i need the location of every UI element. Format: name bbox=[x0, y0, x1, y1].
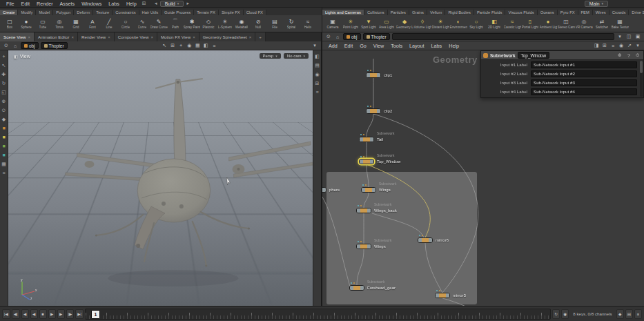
home-icon[interactable]: ⌂ bbox=[334, 33, 341, 41]
shelf-tool-caustic-light[interactable]: ≈Caustic Light bbox=[503, 19, 521, 29]
shelf-tool-curve[interactable]: ∿Curve bbox=[134, 19, 150, 29]
shelf-tool-draw-curve[interactable]: ✎Draw Curve bbox=[150, 19, 167, 29]
node-mirror6[interactable]: mirror6 bbox=[418, 237, 433, 243]
shelf-tool-font[interactable]: AFont bbox=[84, 19, 101, 29]
shelf-tool-file[interactable]: ▤File bbox=[266, 19, 283, 29]
net-menu-add[interactable]: Add bbox=[325, 43, 341, 49]
params-scrollbar[interactable] bbox=[640, 61, 643, 97]
shelf-tool-switcher[interactable]: ⇄Switcher bbox=[593, 19, 611, 29]
camera-lock-icon[interactable]: ◉ bbox=[313, 70, 321, 78]
options-icon[interactable]: ≡ bbox=[0, 169, 8, 177]
float-pane-icon[interactable]: ▣ bbox=[634, 33, 641, 41]
shelf-tool-camera[interactable]: ▣Camera bbox=[324, 19, 342, 29]
shelf-tab-constraints[interactable]: Constraints bbox=[113, 10, 139, 15]
handle-tool-icon[interactable]: ⊕ bbox=[0, 97, 8, 105]
net-menu-view[interactable]: View bbox=[370, 43, 387, 49]
desktop-next-button[interactable]: ▸ bbox=[184, 1, 191, 6]
dynamics-state-icon[interactable]: ■ bbox=[0, 151, 8, 159]
new-tab-button[interactable]: + bbox=[255, 32, 266, 41]
pane-tab-render-view[interactable]: Render View× bbox=[78, 32, 115, 41]
shelf-tool-portal-light[interactable]: ▯Portal Light bbox=[521, 19, 539, 29]
next-frame-button[interactable]: ▶ bbox=[57, 309, 65, 319]
camera-selector[interactable]: No cam ▾ bbox=[284, 53, 309, 59]
viewport-label[interactable]: ◧ View bbox=[14, 54, 30, 59]
chevron-down-icon[interactable]: ▾ bbox=[616, 33, 623, 41]
session-selector[interactable]: Main ▾ bbox=[585, 1, 608, 7]
close-icon[interactable]: × bbox=[150, 35, 153, 39]
next-key-button[interactable]: |▶ bbox=[66, 309, 75, 319]
shelf-tab-drive-simulation[interactable]: Drive Simulation bbox=[629, 10, 644, 15]
stop-button[interactable]: ■ bbox=[39, 309, 47, 319]
shelf-tool-sphere[interactable]: ●Sphere bbox=[18, 19, 35, 29]
viewport-canvas[interactable]: ◧ View Persp ▾ No cam ▾ bbox=[8, 50, 313, 306]
current-frame-marker[interactable]: 1 bbox=[91, 310, 100, 319]
pane-tab-motion-fx-view[interactable]: Motion FX View× bbox=[157, 32, 199, 41]
window-layout-icon[interactable]: ⊞ bbox=[141, 1, 148, 6]
translate-tool-icon[interactable]: ✚ bbox=[0, 70, 8, 78]
shelf-tool-2d-light[interactable]: ◧2D Light bbox=[485, 19, 503, 29]
prev-frame-button[interactable]: ◀ bbox=[30, 309, 38, 319]
pane-tab-geometry-spreadsheet[interactable]: Geometry Spreadsheet× bbox=[199, 32, 256, 41]
pane-tab-animation-editor[interactable]: Animation Editor× bbox=[35, 32, 78, 41]
chevron-down-icon[interactable]: ▾ bbox=[311, 42, 318, 50]
objects-state-icon[interactable]: ■ bbox=[0, 124, 8, 132]
shelf-tab-grains[interactable]: Grains bbox=[409, 10, 427, 15]
network-options-icon[interactable]: ▾ bbox=[634, 42, 641, 50]
lights-state-icon[interactable]: ■ bbox=[0, 133, 8, 141]
pin-icon[interactable]: ⊙ bbox=[3, 42, 10, 50]
shelf-tool-spray-paint[interactable]: ✱Spray Paint bbox=[184, 19, 200, 29]
shelf-tab-texture[interactable]: Texture bbox=[93, 10, 113, 15]
render-flag-icon[interactable]: ◉ bbox=[186, 42, 193, 50]
home-icon[interactable]: ⌂ bbox=[12, 42, 19, 50]
shelf-tab-cloud-fx[interactable]: Cloud FX bbox=[244, 10, 266, 15]
grid-toggle-icon[interactable]: ⊞ bbox=[313, 79, 321, 87]
shelf-tool-metaball[interactable]: ◉Metaball bbox=[233, 19, 250, 29]
menu-windows[interactable]: Windows bbox=[78, 1, 105, 7]
shelf-tab-particle-fluids[interactable]: Particle Fluids bbox=[474, 10, 505, 15]
close-icon[interactable]: × bbox=[193, 35, 195, 39]
path-node-chip[interactable]: Thopter bbox=[363, 33, 390, 40]
shelf-tab-particles[interactable]: Particles bbox=[388, 10, 409, 15]
shelf-tab-collisions[interactable]: Collisions bbox=[364, 10, 388, 15]
node-name-field[interactable]: Top_Window bbox=[518, 52, 550, 59]
net-menu-help[interactable]: Help bbox=[445, 43, 462, 49]
shelf-tool-grid[interactable]: ▦Grid bbox=[68, 19, 84, 29]
shelf-tab-wires[interactable]: Wires bbox=[593, 10, 609, 15]
shelf-tool-bake-texture[interactable]: ▦Bake Texture bbox=[611, 19, 629, 29]
param-input[interactable]: Sub-Network Input #1 bbox=[531, 61, 637, 68]
projection-selector[interactable]: Persp ▾ bbox=[260, 53, 281, 59]
shelf-tab-pyro-fx[interactable]: Pyro FX bbox=[558, 10, 578, 15]
node-wings[interactable]: SubnetworkWings bbox=[356, 244, 371, 249]
shelf-tool-vr-camera[interactable]: ◎VR Camera bbox=[575, 19, 593, 29]
rotate-tool-icon[interactable]: ↻ bbox=[0, 79, 8, 87]
node-clip2[interactable]: clip2 bbox=[366, 108, 381, 114]
geometry-state-icon[interactable]: ■ bbox=[0, 142, 8, 150]
pane-tab-composite-view[interactable]: Composite View× bbox=[115, 32, 157, 41]
shelf-tab-hair-utils[interactable]: Hair Utils bbox=[139, 10, 162, 15]
shelf-tool-platonic[interactable]: ◇Platonic bbox=[200, 19, 217, 29]
shelf-tool-helix[interactable]: ≈Helix bbox=[300, 19, 316, 29]
shelf-tab-vellum[interactable]: Vellum bbox=[427, 10, 445, 15]
color-palette-icon[interactable]: ◨ bbox=[593, 42, 600, 50]
split-pane-icon[interactable]: ◫ bbox=[625, 33, 632, 41]
desktop-prev-button[interactable]: ◂ bbox=[153, 1, 159, 6]
shelf-tool-null[interactable]: ⊘Null bbox=[250, 19, 266, 29]
view-tool-icon[interactable]: ⌖ bbox=[0, 52, 8, 60]
snap-grid-icon[interactable]: ⊞ bbox=[169, 42, 176, 50]
shelf-tool-circle[interactable]: ○Circle bbox=[117, 19, 134, 29]
shelf-tool-distant-light[interactable]: ☀Distant Light bbox=[431, 19, 449, 29]
path-node-chip[interactable]: Thopter bbox=[41, 42, 68, 49]
net-menu-tools[interactable]: Tools bbox=[387, 43, 406, 49]
net-menu-edit[interactable]: Edit bbox=[341, 43, 356, 49]
wireframe-icon[interactable]: ▦ bbox=[194, 42, 201, 50]
path-root-chip[interactable]: obj bbox=[343, 33, 361, 40]
shelf-tab-modify[interactable]: Modify bbox=[18, 10, 36, 15]
shelf-tool-spot-light[interactable]: ▼Spot Light bbox=[360, 19, 378, 29]
jump-start-button[interactable]: |◀ bbox=[2, 309, 10, 319]
shelf-tool-environment-light[interactable]: ◐Environment Light bbox=[449, 19, 467, 29]
pane-tab-scene-view[interactable]: Scene View× bbox=[0, 32, 35, 41]
desktop-selector[interactable]: Build ▾ bbox=[160, 1, 184, 7]
prev-key-button[interactable]: ◀| bbox=[12, 309, 20, 319]
close-icon[interactable]: × bbox=[28, 35, 31, 39]
select-tool-icon[interactable]: ↖ bbox=[0, 61, 8, 69]
